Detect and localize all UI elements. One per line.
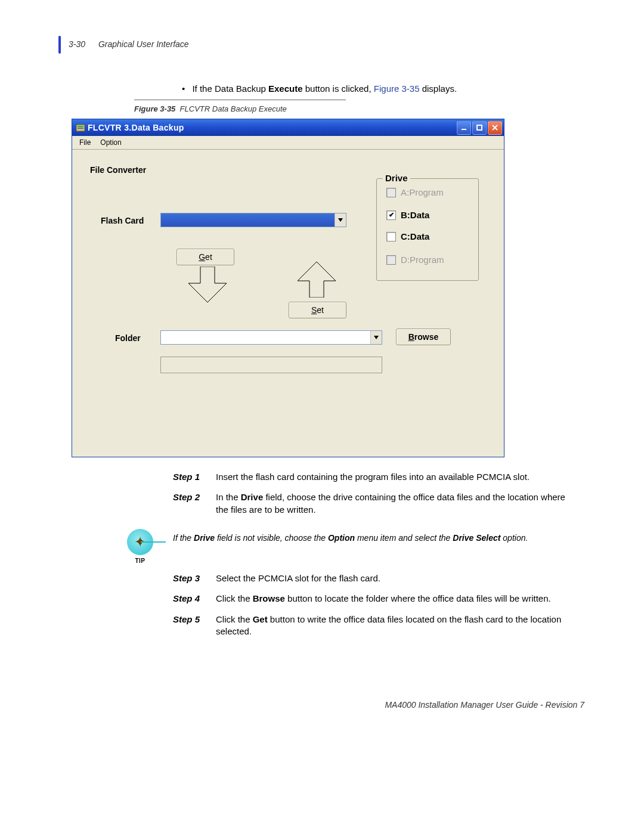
figure-link[interactable]: Figure 3-35 — [374, 83, 420, 94]
set-underline: S — [311, 305, 317, 315]
label-file-converter: File Converter — [90, 165, 146, 175]
checkbox-b[interactable]: ✔ — [386, 210, 396, 220]
app-icon — [76, 123, 85, 132]
step-row: Step 1Insert the flash card containing t… — [173, 471, 578, 483]
drive-d-label: D:Program — [401, 255, 444, 265]
header-rule — [58, 36, 61, 54]
step-text: In the Drive field, choose the drive con… — [216, 491, 578, 516]
arrow-up-icon — [298, 262, 336, 299]
browse-label-rest: rowse — [414, 332, 438, 342]
svg-rect-2 — [78, 128, 83, 129]
step-row: Step 3Select the PCMCIA slot for the fla… — [173, 572, 578, 584]
window-title: FLCVTR 3.Data Backup — [88, 123, 457, 132]
svg-marker-7 — [338, 218, 343, 222]
get-button[interactable]: Get — [177, 249, 234, 265]
set-label-rest: et — [317, 305, 324, 315]
page-number: 3-30 — [69, 39, 85, 49]
intro-text-2: button is clicked, — [303, 83, 374, 94]
step-text: Insert the flash card containing the pro… — [216, 471, 578, 483]
close-button[interactable] — [488, 121, 502, 135]
menubar: File Option — [72, 136, 504, 150]
get-label-rest: et — [205, 252, 212, 262]
drive-group: Drive A:Program ✔ B:Data C:Data D:Progra… — [376, 178, 479, 281]
step-label: Step 3 — [173, 572, 216, 584]
figure-title: FLCVTR Data Backup Execute — [180, 104, 287, 113]
browse-underline: B — [408, 332, 414, 342]
checkbox-d — [386, 255, 396, 265]
checkbox-a — [386, 188, 396, 197]
drive-legend: Drive — [383, 173, 410, 183]
intro-bullet: • If the Data Backup Execute button is c… — [182, 83, 457, 95]
section-title: Graphical User Interface — [98, 39, 189, 49]
flash-card-value — [161, 213, 335, 227]
drive-b-label: B:Data — [401, 210, 429, 220]
drive-c-label: C:Data — [401, 231, 429, 241]
folder-value — [161, 331, 370, 344]
status-box — [160, 357, 382, 373]
menu-file[interactable]: File — [75, 137, 95, 148]
drive-option-d: D:Program — [386, 255, 444, 265]
step-label: Step 2 — [173, 491, 216, 516]
steps-block-2: Step 3Select the PCMCIA slot for the fla… — [173, 572, 578, 646]
step-text: Click the Get button to write the office… — [216, 614, 578, 638]
window-controls — [457, 121, 502, 135]
intro-text-1: If the Data Backup — [192, 83, 268, 94]
flash-card-dropdown[interactable] — [160, 213, 346, 227]
drive-option-b[interactable]: ✔ B:Data — [386, 210, 429, 220]
window-body: File Converter Flash Card Folder Get — [72, 150, 504, 457]
tip-icon-block: ✦ TIP — [116, 529, 164, 564]
arrow-down-icon — [188, 267, 227, 304]
svg-rect-3 — [462, 129, 466, 130]
menu-option[interactable]: Option — [95, 137, 126, 148]
step-row: Step 2In the Drive field, choose the dri… — [173, 491, 578, 516]
intro-text-3: displays. — [420, 83, 457, 94]
figure-number: Figure 3-35 — [134, 104, 175, 113]
titlebar[interactable]: FLCVTR 3.Data Backup — [72, 119, 504, 136]
set-button[interactable]: Set — [289, 302, 346, 318]
page-header: 3-30 Graphical User Interface — [69, 39, 189, 49]
svg-marker-8 — [188, 267, 227, 302]
tip-connector — [141, 541, 166, 543]
bullet-dot: • — [182, 83, 185, 94]
tip-text: If the Drive field is not visible, choos… — [173, 532, 572, 544]
step-label: Step 5 — [173, 614, 216, 638]
svg-marker-9 — [298, 262, 336, 298]
maximize-button[interactable] — [472, 121, 487, 135]
checkbox-c[interactable] — [386, 232, 396, 241]
label-flash-card: Flash Card — [101, 216, 144, 225]
app-window: FLCVTR 3.Data Backup File Option File Co… — [72, 119, 504, 457]
svg-rect-4 — [477, 125, 482, 130]
step-text: Select the PCMCIA slot for the flash car… — [216, 572, 578, 584]
step-row: Step 4Click the Browse button to locate … — [173, 593, 578, 605]
drive-option-a: A:Program — [386, 187, 444, 197]
step-row: Step 5Click the Get button to write the … — [173, 614, 578, 638]
intro-bold: Execute — [268, 83, 303, 94]
step-label: Step 4 — [173, 593, 216, 605]
minimize-button[interactable] — [457, 121, 471, 135]
steps-block-1: Step 1Insert the flash card containing t… — [173, 471, 578, 524]
step-text: Click the Browse button to locate the fo… — [216, 593, 578, 605]
drive-option-c[interactable]: C:Data — [386, 231, 429, 241]
step-label: Step 1 — [173, 471, 216, 483]
label-folder: Folder — [115, 333, 141, 343]
tip-label: TIP — [116, 558, 164, 564]
svg-marker-10 — [374, 336, 379, 339]
drive-a-label: A:Program — [401, 187, 444, 197]
figure-caption: Figure 3-35 FLCVTR Data Backup Execute — [134, 104, 287, 113]
svg-rect-1 — [78, 126, 83, 127]
dropdown-arrow-icon[interactable] — [370, 331, 382, 344]
get-underline: G — [199, 252, 205, 262]
folder-dropdown[interactable] — [160, 330, 382, 345]
figure-rule — [134, 100, 346, 100]
dropdown-arrow-icon[interactable] — [335, 213, 346, 227]
page-footer: MA4000 Installation Manager User Guide -… — [0, 700, 584, 710]
browse-button[interactable]: Browse — [396, 329, 451, 345]
